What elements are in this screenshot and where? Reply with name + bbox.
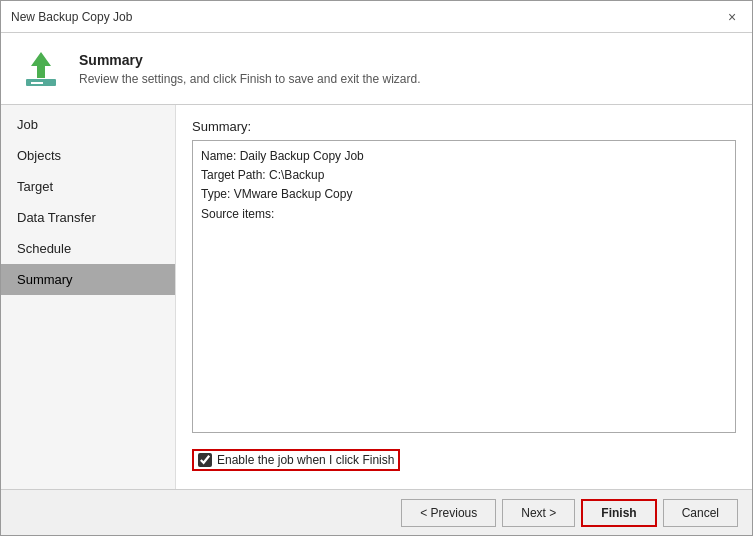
sidebar-item-data-transfer[interactable]: Data Transfer <box>1 202 175 233</box>
summary-line-4: Source items: <box>201 205 727 224</box>
close-button[interactable]: × <box>722 7 742 27</box>
header-description: Review the settings, and click Finish to… <box>79 72 421 86</box>
header-text: Summary Review the settings, and click F… <box>79 52 421 86</box>
content-area: Job Objects Target Data Transfer Schedul… <box>1 105 752 489</box>
cancel-button[interactable]: Cancel <box>663 499 738 527</box>
window-title: New Backup Copy Job <box>11 10 132 24</box>
enable-job-checkbox[interactable] <box>198 453 212 467</box>
svg-marker-0 <box>31 52 51 78</box>
checkbox-wrapper: Enable the job when I click Finish <box>192 449 400 471</box>
title-bar-left: New Backup Copy Job <box>11 10 132 24</box>
main-content-panel: Summary: Name: Daily Backup Copy Job Tar… <box>176 105 752 489</box>
footer: < Previous Next > Finish Cancel <box>1 489 752 535</box>
summary-line-3: Type: VMware Backup Copy <box>201 185 727 204</box>
title-bar: New Backup Copy Job × <box>1 1 752 33</box>
header-icon <box>17 45 65 93</box>
summary-line-2: Target Path: C:\Backup <box>201 166 727 185</box>
sidebar-item-schedule[interactable]: Schedule <box>1 233 175 264</box>
next-button[interactable]: Next > <box>502 499 575 527</box>
header-title: Summary <box>79 52 421 68</box>
sidebar-item-objects[interactable]: Objects <box>1 140 175 171</box>
enable-job-row: Enable the job when I click Finish <box>192 445 736 475</box>
enable-job-label: Enable the job when I click Finish <box>217 453 394 467</box>
header-section: Summary Review the settings, and click F… <box>1 33 752 105</box>
previous-button[interactable]: < Previous <box>401 499 496 527</box>
summary-line-1: Name: Daily Backup Copy Job <box>201 147 727 166</box>
main-window: New Backup Copy Job × Summary Review the… <box>0 0 753 536</box>
sidebar-item-summary[interactable]: Summary <box>1 264 175 295</box>
finish-button[interactable]: Finish <box>581 499 656 527</box>
sidebar-item-job[interactable]: Job <box>1 109 175 140</box>
svg-rect-2 <box>31 82 43 84</box>
summary-box: Name: Daily Backup Copy Job Target Path:… <box>192 140 736 433</box>
backup-copy-icon <box>18 46 64 92</box>
sidebar: Job Objects Target Data Transfer Schedul… <box>1 105 176 489</box>
summary-label: Summary: <box>192 119 736 134</box>
sidebar-item-target[interactable]: Target <box>1 171 175 202</box>
